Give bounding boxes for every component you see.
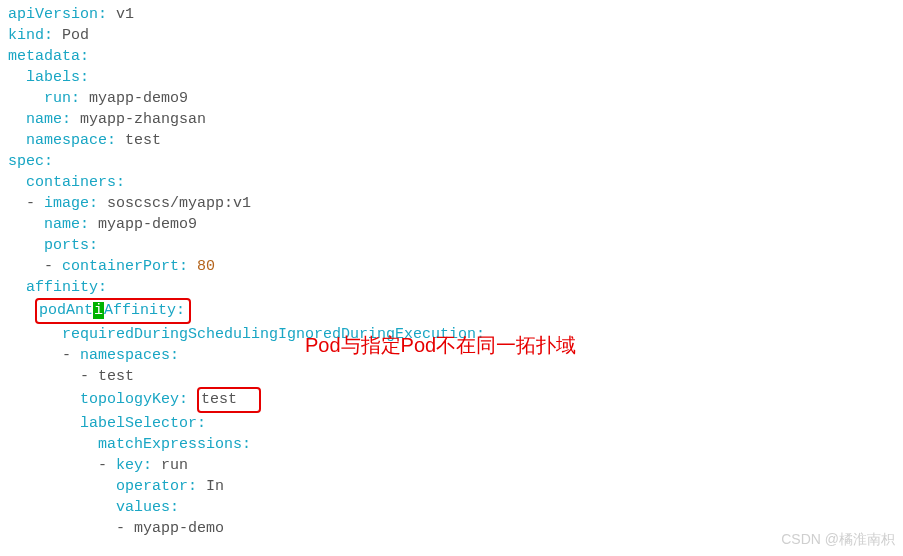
yaml-key: values (116, 499, 170, 516)
yaml-key: namespaces (80, 347, 170, 364)
yaml-line: matchExpressions: (8, 434, 895, 455)
yaml-key: key (116, 457, 143, 474)
yaml-line: - test (8, 366, 895, 387)
yaml-key: ports (44, 237, 89, 254)
yaml-line: podAntiAffinity: (8, 298, 895, 324)
annotation-text: Pod与指定Pod不在同一拓扑域 (305, 331, 576, 359)
yaml-line: metadata: (8, 46, 895, 67)
yaml-key: image (44, 195, 89, 212)
yaml-line: spec: (8, 151, 895, 172)
yaml-value: soscscs/myapp:v1 (107, 195, 251, 212)
yaml-line: - myapp-demo (8, 518, 895, 539)
yaml-key: name (26, 111, 62, 128)
yaml-line: run: myapp-demo9 (8, 88, 895, 109)
yaml-key: containers (26, 174, 116, 191)
yaml-line: operator: In (8, 476, 895, 497)
yaml-key: kind (8, 27, 44, 44)
yaml-key: affinity (26, 279, 98, 296)
yaml-key: operator (116, 478, 188, 495)
yaml-line: - image: soscscs/myapp:v1 (8, 193, 895, 214)
yaml-key-part: Affinity (104, 302, 176, 319)
yaml-key: run (44, 90, 71, 107)
highlight-box-topologykey: test (197, 387, 261, 413)
yaml-key: topologyKey (80, 391, 179, 408)
yaml-value: Pod (62, 27, 89, 44)
yaml-line: name: myapp-zhangsan (8, 109, 895, 130)
yaml-line: affinity: (8, 277, 895, 298)
yaml-value: In (206, 478, 224, 495)
yaml-value: test (201, 391, 237, 408)
yaml-key: matchExpressions (98, 436, 242, 453)
yaml-line: values: (8, 497, 895, 518)
yaml-line: labels: (8, 67, 895, 88)
yaml-value: test (98, 368, 134, 385)
yaml-value: myapp-zhangsan (80, 111, 206, 128)
yaml-key: apiVersion (8, 6, 98, 23)
code-block: apiVersion: v1 kind: Pod metadata: label… (8, 4, 895, 539)
cursor-highlight: i (93, 302, 104, 319)
yaml-value: myapp-demo (134, 520, 224, 537)
yaml-key: labels (26, 69, 80, 86)
yaml-key-part: podAnt (39, 302, 93, 319)
yaml-value: run (161, 457, 188, 474)
yaml-line: topologyKey: test (8, 387, 895, 413)
yaml-key: labelSelector (80, 415, 197, 432)
yaml-key: metadata (8, 48, 80, 65)
yaml-key: name (44, 216, 80, 233)
yaml-line: ports: (8, 235, 895, 256)
yaml-value: myapp-demo9 (98, 216, 197, 233)
yaml-line: - key: run (8, 455, 895, 476)
yaml-value: test (125, 132, 161, 149)
yaml-line: containers: (8, 172, 895, 193)
yaml-line: namespace: test (8, 130, 895, 151)
yaml-key: namespace (26, 132, 107, 149)
yaml-key: spec (8, 153, 44, 170)
yaml-line: kind: Pod (8, 25, 895, 46)
yaml-value: myapp-demo9 (89, 90, 188, 107)
watermark-text: CSDN @橘淮南枳 (781, 530, 895, 550)
yaml-value: 80 (197, 258, 215, 275)
yaml-key: containerPort (62, 258, 179, 275)
yaml-line: labelSelector: (8, 413, 895, 434)
yaml-value: v1 (116, 6, 134, 23)
yaml-line: name: myapp-demo9 (8, 214, 895, 235)
yaml-line: apiVersion: v1 (8, 4, 895, 25)
highlight-box-podantiaffinity: podAntiAffinity: (35, 298, 191, 324)
yaml-line: - containerPort: 80 (8, 256, 895, 277)
